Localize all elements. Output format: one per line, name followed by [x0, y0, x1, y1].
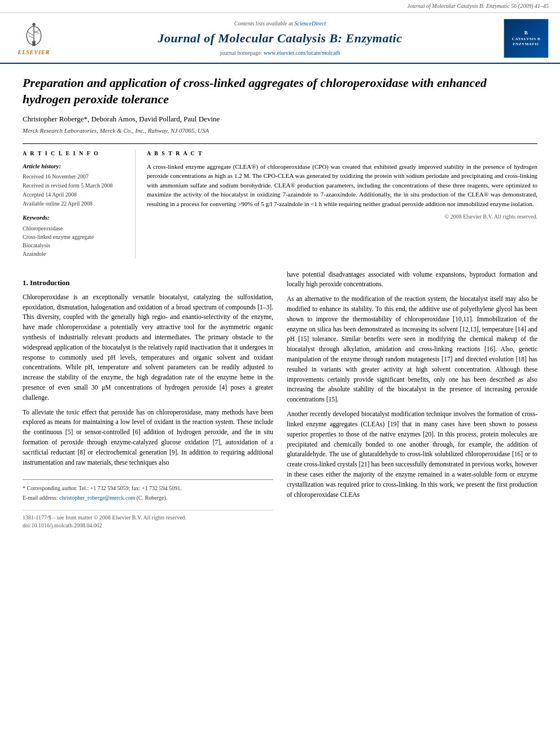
- keywords-label: Keywords:: [23, 213, 126, 222]
- received-date: Received 16 November 2007: [23, 173, 126, 181]
- body-content: 1. Introduction Chloroperoxidase is an e…: [23, 270, 537, 530]
- elsevier-tree-icon: [17, 20, 51, 49]
- contents-available-text: Contents lists available at ScienceDirec…: [56, 20, 504, 28]
- available-date: Available online 22 April 2008: [23, 200, 126, 208]
- body-col-left: 1. Introduction Chloroperoxidase is an e…: [23, 270, 273, 530]
- svg-line-6: [34, 30, 39, 33]
- copyright-line: © 2008 Elsevier B.V. All rights reserved…: [147, 213, 537, 221]
- page-wrapper: Journal of Molecular Catalysis B: Enzyma…: [0, 0, 560, 747]
- abstract-text: A cross-linked enzyme aggregate (CLEA®) …: [147, 162, 537, 209]
- main-content: Preparation and application of cross-lin…: [0, 64, 560, 541]
- abstract-label: A B S T R A C T: [147, 150, 537, 158]
- right-para-3: Another recently developed biocatalyst m…: [287, 409, 537, 500]
- homepage-link[interactable]: www.elsevier.com/locate/molcatb: [264, 50, 340, 56]
- intro-para-1: Chloroperoxidase is an exceptionally ver…: [23, 292, 273, 403]
- svg-line-5: [29, 36, 34, 38]
- journal-citation: Journal of Molecular Catalysis B: Enzyma…: [407, 3, 549, 9]
- sciencedirect-link[interactable]: ScienceDirect: [294, 20, 326, 27]
- article-info-abstract-section: A R T I C L E I N F O Article history: R…: [23, 143, 537, 259]
- authors-line: Christopher Roberge*, Deborah Amos, Davi…: [23, 114, 537, 124]
- footnote-corresponding: * Corresponding author. Tel.: +1 732 594…: [23, 484, 273, 492]
- intro-section-title: 1. Introduction: [23, 278, 273, 288]
- footnote-area: * Corresponding author. Tel.: +1 732 594…: [23, 479, 273, 502]
- journal-title: Journal of Molecular Catalysis B: Enzyma…: [56, 30, 504, 47]
- affiliation: Merck Research Laboratories, Merck & Co.…: [23, 126, 537, 135]
- top-citation-bar: Journal of Molecular Catalysis B: Enzyma…: [0, 0, 560, 13]
- keyword-2: Cross-linked enzyme aggregate: [23, 233, 126, 241]
- accepted-date: Accepted 14 April 2008: [23, 191, 126, 199]
- keyword-1: Chloroperoxidase: [23, 225, 126, 233]
- svg-line-3: [28, 32, 34, 36]
- article-info-label: A R T I C L E I N F O: [23, 150, 126, 158]
- elsevier-logo: ELSEVIER: [11, 20, 56, 56]
- revised-date: Received in revised form 5 March 2008: [23, 182, 126, 190]
- journal-header: ELSEVIER Contents lists available at Sci…: [0, 13, 560, 64]
- elsevier-wordmark: ELSEVIER: [18, 49, 50, 56]
- intro-para-2: To alleviate the toxic effect that perox…: [23, 408, 273, 468]
- article-title: Preparation and application of cross-lin…: [23, 75, 537, 107]
- bottom-bar: 1381-1177/$ – see front matter © 2008 El…: [23, 510, 273, 530]
- footnote-email: E-mail address: christopher_roberge@merc…: [23, 494, 273, 502]
- history-label: Article history:: [23, 162, 126, 171]
- keyword-4: Azaindole: [23, 250, 126, 258]
- svg-point-7: [32, 23, 35, 26]
- journal-header-center: Contents lists available at ScienceDirec…: [56, 20, 504, 57]
- keyword-3: Biocatalysis: [23, 242, 126, 250]
- body-col-right: have potential disadvantages associated …: [287, 270, 537, 530]
- right-para-1: have potential disadvantages associated …: [287, 270, 537, 290]
- journal-homepage: journal homepage: www.elsevier.com/locat…: [56, 49, 504, 57]
- abstract-column: A B S T R A C T A cross-linked enzyme ag…: [147, 150, 537, 259]
- issn-line: 1381-1177/$ – see front matter © 2008 El…: [23, 514, 273, 522]
- right-para-2: As an alternative to the modification of…: [287, 294, 537, 405]
- article-info-column: A R T I C L E I N F O Article history: R…: [23, 150, 135, 259]
- doi-line: doi:10.1016/j.molcatb.2008.04.002: [23, 522, 273, 530]
- catalysis-logo: B CATALYSIS B ENZYMATIC: [504, 19, 549, 58]
